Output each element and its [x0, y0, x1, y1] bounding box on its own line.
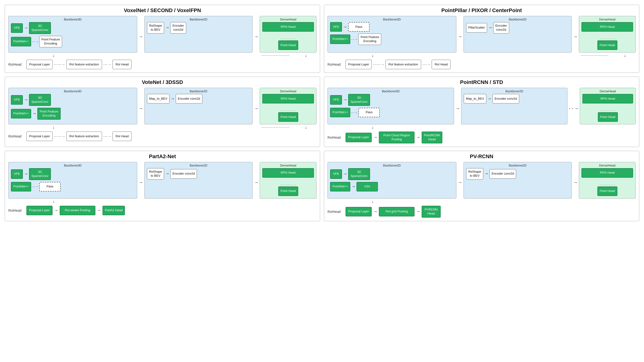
dense-panel-vn: DenseHead RPN Head - - - - - - - - - - -… — [260, 88, 316, 124]
bb3d-label-prcnn: Backbone3D — [330, 90, 451, 93]
pfenc-vn: Point Feature Encoding — [37, 108, 61, 120]
roi-feat-voxelnet: RoI feature extraction — [66, 60, 102, 69]
bb2d-panel-pv: Backbone2D ReShape to BEV → Encoder conv… — [464, 162, 572, 198]
roi-head-vn: RoI Head — [112, 132, 132, 141]
section-parta2-title: PartA2-Net — [8, 154, 316, 160]
section-pointpillar: PointPillar / PIXOR / CenterPoint Backbo… — [324, 5, 639, 73]
bb2d-box2-voxelnet: Encoder conv2d — [170, 22, 186, 34]
bb2d-label-pv: Backbone2D — [466, 164, 569, 167]
sparseconv-pa2: 3D SparseConv — [29, 168, 51, 180]
roi-label-pa2: RoIHead — [8, 208, 25, 212]
bb2d-label-pa2: Backbone2D — [147, 164, 250, 167]
bb3d-panel-pv: Backbone3D VFE → 3D SparseConv PointNet+… — [328, 162, 456, 198]
pointnetpp-pv: PointNet++ — [330, 182, 350, 192]
bb2d-box1-pv: ReShape to BEV — [466, 168, 483, 180]
vfe-vn: VFE — [11, 95, 23, 105]
sparseconv-pv: 3D SparseConv — [348, 168, 370, 180]
main-grid: VoxelNet / SECOND / VoxelFPN Backbone3D … — [5, 5, 639, 221]
bb3d-panel-pp: Backbone3D VFE → Pass PointNet++ - - → P… — [328, 16, 456, 52]
roi-label-pv: RoIHead — [328, 210, 344, 214]
pointnetpp-vn: PointNet++ — [11, 109, 31, 118]
dense-label-pp: DenseHead — [582, 18, 633, 21]
roi-head-pp: RoI Head — [432, 60, 451, 69]
bb3d-panel-prcnn: Backbone3D VFE → 3D SparseConv PointNet+… — [328, 88, 454, 124]
bb2d-panel-pp: Backbone2D PillarScatter → Encoder conv2… — [464, 16, 572, 52]
bb3d-panel-vn: Backbone3D VFE → 3D SparseConv PointNet+… — [8, 88, 137, 124]
vfe-pv: VFE — [330, 169, 342, 179]
section-votenet-title: VoteNet / 3DSSD — [8, 79, 316, 86]
vsa-pv: VSA — [356, 182, 378, 192]
point-head-pa2: Point Head — [278, 186, 298, 196]
arrow-r2: → — [165, 25, 169, 30]
roi-label-prcnn: RoIHead — [328, 136, 344, 140]
bb2d-panel-vn: Backbone2D Map_to_BEV → Encoder conv2d — [144, 88, 252, 124]
section-parta2: PartA2-Net Backbone3D VFE → 3D SparseCon… — [5, 151, 320, 221]
dense-panel-prcnn: DenseHead RPN Head - - - - - - - - - - -… — [580, 88, 636, 124]
pointnetpp-voxelnet: PointNet++ — [11, 37, 31, 46]
dense-panel-voxelnet: DenseHead RPN Head - - - - - - - - - - -… — [260, 16, 316, 52]
roi-head-voxelnet: RoI Head — [112, 60, 132, 69]
pass-pp: Pass — [348, 22, 370, 32]
rpn-head-voxelnet: RPN Head — [262, 22, 314, 32]
bb3d-label-voxelnet: Backbone3D — [11, 18, 134, 21]
roi-label-pp: RoIHead — [328, 62, 344, 66]
point-head-voxelnet: Point Head — [278, 40, 298, 50]
bb2d-box2-prcnn: Encoder conv2d — [492, 94, 519, 104]
bb3d-label-vn: Backbone3D — [11, 90, 134, 93]
rpn-head-prcnn: RPN Head — [582, 94, 633, 104]
bb2d-panel-voxelnet: Backbone2D ReShape to BEV → Encoder conv… — [144, 16, 252, 52]
point-head-pv: Point Head — [598, 186, 617, 196]
rpn-head-pa2: RPN Head — [262, 168, 314, 178]
roi-feat-pp: RoI feature extraction — [386, 60, 421, 69]
bb2d-box2-vn: Encoder conv2d — [176, 94, 202, 104]
proposal-vn: Proposal Layer — [26, 132, 52, 141]
roi-label-vn: RoIHead — [8, 134, 25, 138]
roi-head-prcnn: PointRCNN Head — [422, 132, 442, 144]
proposal-voxelnet: Proposal Layer — [26, 60, 52, 69]
proposal-pv: Proposal Layer — [346, 207, 372, 216]
bb2d-label-voxelnet: Backbone2D — [147, 18, 250, 21]
roi-label-voxelnet: RoIHead — [8, 62, 25, 66]
vfe-pp: VFE — [330, 22, 342, 32]
bb2d-box1-pp: PillarScatter — [466, 23, 487, 32]
dense-panel-pv: DenseHead RPN Head - - - - - - - - - - -… — [579, 162, 636, 198]
roi-feat-vn: RoI feature extraction — [66, 132, 102, 141]
vfe-pa2: VFE — [11, 169, 23, 179]
arrow-bb2d-dense-voxelnet: → — [254, 16, 258, 52]
pass-prcnn: Pass — [358, 108, 380, 117]
rpn-head-pv: RPN Head — [582, 168, 633, 178]
bb2d-box2-pp: Encoder conv2d — [493, 22, 509, 34]
roi-feat-pa2: RoI-aware Pooling — [60, 206, 95, 215]
pointnetpp-pa2: PointNet++ — [11, 182, 31, 192]
bb2d-box1-vn: Map_to_BEV — [147, 94, 170, 104]
proposal-prcnn: Proposal Layer — [346, 133, 372, 142]
pointnetpp-pp: PointNet++ — [330, 34, 350, 44]
dense-label-pv: DenseHead — [582, 164, 633, 167]
bb2d-label-pp: Backbone2D — [466, 18, 569, 21]
bb2d-label-vn: Backbone2D — [147, 90, 250, 93]
pointnetpp-prcnn: PointNet++ — [330, 108, 350, 117]
sparseconv-voxelnet: 3D SparseConv — [29, 22, 51, 34]
roi-feat-pv: RoI-grid Pooling — [379, 207, 414, 216]
bb2d-panel-pa2: Backbone2D ReShape to BEV → Encoder conv… — [144, 162, 252, 198]
section-voxelnet-title: VoxelNet / SECOND / VoxelFPN — [8, 7, 316, 14]
bb3d-label-pp: Backbone3D — [330, 18, 454, 21]
section-pointpillar-title: PointPillar / PIXOR / CenterPoint — [328, 7, 636, 14]
vfe-prcnn: VFE — [330, 95, 342, 105]
point-head-pp: Point Head — [598, 40, 617, 50]
section-pointrcnn-title: PointRCNN / STD — [328, 79, 636, 86]
pfenc-pp: Point Feature Encoding — [358, 34, 381, 45]
roi-head-pa2: PartA2 Head — [102, 206, 125, 215]
dense-label-pa2: DenseHead — [262, 164, 314, 167]
rpn-head-vn: RPN Head — [262, 94, 314, 104]
pfenc-voxelnet: Point Feature Encoding — [39, 36, 62, 47]
roi-feat-prcnn: Point Cloud Region Pooling — [379, 132, 414, 144]
arrow-bb3d-bb2d-voxelnet: → — [139, 16, 143, 52]
rpn-head-pp: RPN Head — [582, 22, 633, 32]
bb2d-box1-pa2: ReShape to BEV — [147, 168, 164, 180]
dense-panel-pp: DenseHead RPN Head - - - - - - - - - - -… — [579, 16, 636, 52]
point-head-prcnn: Point Head — [598, 112, 618, 122]
arrow-dash-r1: - - → — [32, 40, 38, 44]
point-head-vn: Point Head — [278, 112, 298, 122]
bb2d-box2-pa2: Encoder conv2d — [170, 169, 197, 178]
